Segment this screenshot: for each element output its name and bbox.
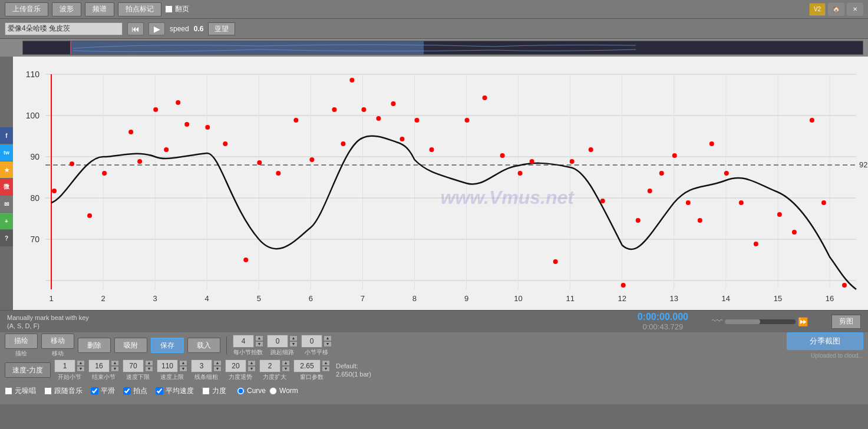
spectrum-button[interactable]: 频谱 — [85, 2, 114, 16]
svg-text:92.4: 92.4 — [859, 160, 868, 169]
v2-button[interactable]: V2 — [809, 3, 826, 16]
smooth-checkbox[interactable]: 平滑 — [91, 386, 115, 396]
start-bar-down[interactable]: ▼ — [77, 366, 85, 372]
confirm-button[interactable]: 亚望 — [208, 22, 235, 35]
chart-area[interactable]: 110 100 90 80 70 1 2 3 4 5 6 7 8 9 10 11… — [13, 57, 868, 310]
worm-radio[interactable]: Worm — [269, 387, 298, 395]
draw-button[interactable]: 描绘 — [5, 334, 38, 349]
force-offset-input[interactable] — [225, 359, 246, 372]
beat-fine-up[interactable]: ▲ — [289, 335, 298, 341]
facebook-button[interactable]: f — [0, 127, 13, 144]
window-param-down[interactable]: ▼ — [322, 366, 330, 372]
help-button[interactable]: ? — [0, 230, 13, 246]
line-thin-up[interactable]: ▲ — [213, 360, 222, 366]
total-time: 0:00:43.729 — [638, 322, 688, 331]
beat-fine-input[interactable] — [267, 335, 288, 348]
end-bar-input[interactable] — [88, 359, 110, 372]
waveform-container[interactable] — [22, 41, 863, 55]
play-button[interactable]: ▶ — [148, 22, 165, 35]
end-bar-up[interactable]: ▲ — [111, 360, 119, 366]
curve-radio[interactable]: Curve — [237, 387, 266, 395]
move-button[interactable]: 移动 — [41, 334, 74, 349]
svg-text:14: 14 — [722, 294, 730, 303]
beat-fine-group: ▲ ▼ 跳起细路 — [267, 335, 298, 357]
svg-point-100 — [842, 283, 847, 288]
load-button[interactable]: 载入 — [187, 338, 220, 353]
svg-text:8: 8 — [412, 294, 417, 303]
svg-point-72 — [400, 137, 404, 141]
start-bar-input[interactable] — [54, 359, 75, 372]
window-param-input[interactable] — [293, 359, 321, 372]
svg-text:80: 80 — [30, 193, 39, 203]
beat-mark-button[interactable]: 拍点标记 — [118, 2, 161, 16]
speed-low-input[interactable] — [123, 359, 144, 372]
curve-worm-radio-group: Curve Worm — [237, 387, 298, 395]
bar-shift-group: ▲ ▼ 小节平移 — [301, 335, 332, 357]
end-bar-down[interactable]: ▼ — [111, 366, 119, 372]
measures-per-bar-down[interactable]: ▼ — [255, 341, 263, 347]
force-scale-input[interactable] — [259, 359, 280, 372]
beat-point-checkbox[interactable]: 拍点 — [123, 386, 147, 396]
svg-text:100: 100 — [26, 111, 40, 120]
upload-status-text: Uploaded to cloud... — [811, 352, 863, 359]
speed-high-input[interactable] — [157, 359, 178, 372]
star-button[interactable]: ★ — [0, 161, 13, 178]
svg-point-60 — [223, 141, 227, 146]
close-button[interactable]: ✕ — [847, 3, 863, 16]
svg-rect-2 — [13, 57, 868, 310]
plus-button[interactable]: + — [0, 213, 13, 229]
window-param-up[interactable]: ▲ — [322, 360, 330, 366]
split-screenshot-button[interactable]: 分季截图 — [787, 332, 863, 350]
speed-high-up[interactable]: ▲ — [179, 360, 187, 366]
speed-force-button[interactable]: 速度-力度 — [5, 362, 51, 378]
weibo-button[interactable]: 微 — [0, 179, 13, 195]
save-button[interactable]: 保存 — [151, 338, 184, 353]
speed-low-group: ▲ ▼ 速度下限 — [123, 359, 153, 381]
measures-per-bar-group: ▲ ▼ 每小节拍数 — [233, 335, 263, 357]
svg-point-97 — [810, 118, 814, 123]
svg-point-75 — [465, 118, 470, 123]
follow-beat-checkbox[interactable]: 跟随音乐 — [44, 386, 82, 396]
flip-page-checkbox[interactable]: 翻页 — [165, 4, 189, 14]
cut-button[interactable]: 剪图 — [831, 315, 861, 329]
speed-label: speed — [170, 25, 189, 33]
line-thin-down[interactable]: ▼ — [213, 366, 222, 372]
bar-shift-up[interactable]: ▲ — [324, 335, 332, 341]
force-offset-up[interactable]: ▲ — [247, 360, 256, 366]
twitter-button[interactable]: tw — [0, 144, 13, 161]
beat-fine-down[interactable]: ▼ — [289, 341, 298, 347]
svg-point-77 — [500, 153, 505, 158]
noise-cancel-checkbox[interactable]: 元噪唱 — [5, 386, 36, 396]
svg-point-91 — [709, 141, 714, 146]
avg-speed-checkbox[interactable]: 平均速度 — [156, 386, 194, 396]
measures-per-bar-up[interactable]: ▲ — [255, 335, 263, 341]
force-offset-group: ▲ ▼ 力度退势 — [225, 359, 256, 381]
status-bar: Manually mark beat with key (A, S, D, F)… — [0, 310, 868, 332]
start-bar-up[interactable]: ▲ — [77, 360, 85, 366]
prev-button[interactable]: ⏮ — [127, 22, 144, 35]
svg-point-54 — [137, 159, 142, 164]
song-name-input[interactable] — [5, 22, 123, 35]
force-scale-up[interactable]: ▲ — [282, 360, 290, 366]
speed-high-down[interactable]: ▼ — [179, 366, 187, 372]
svg-point-76 — [483, 95, 487, 100]
svg-text:6: 6 — [309, 294, 313, 303]
waveform-button[interactable]: 波形 — [52, 2, 81, 16]
speed-low-down[interactable]: ▼ — [145, 366, 153, 372]
svg-text:www.Vmus.net: www.Vmus.net — [441, 187, 575, 208]
force-offset-down[interactable]: ▼ — [247, 366, 256, 372]
home-button[interactable]: 🏠 — [828, 3, 844, 16]
upload-music-button[interactable]: 上传音乐 — [5, 2, 48, 16]
mail-button[interactable]: ✉ — [0, 196, 13, 212]
bar-shift-input[interactable] — [301, 335, 322, 348]
measures-per-bar-input[interactable] — [233, 335, 254, 348]
bar-shift-down[interactable]: ▼ — [324, 341, 332, 347]
playback-slider[interactable] — [725, 319, 796, 324]
force-checkbox[interactable]: 力度 — [202, 386, 226, 396]
speed-low-up[interactable]: ▲ — [145, 360, 153, 366]
delete-button[interactable]: 删除 — [78, 338, 111, 353]
force-scale-down[interactable]: ▼ — [282, 366, 290, 372]
time-display-group: 0:00:00.000 0:00:43.729 — [638, 312, 688, 331]
absorb-button[interactable]: 吸附 — [114, 338, 147, 353]
line-thin-input[interactable] — [191, 359, 212, 372]
